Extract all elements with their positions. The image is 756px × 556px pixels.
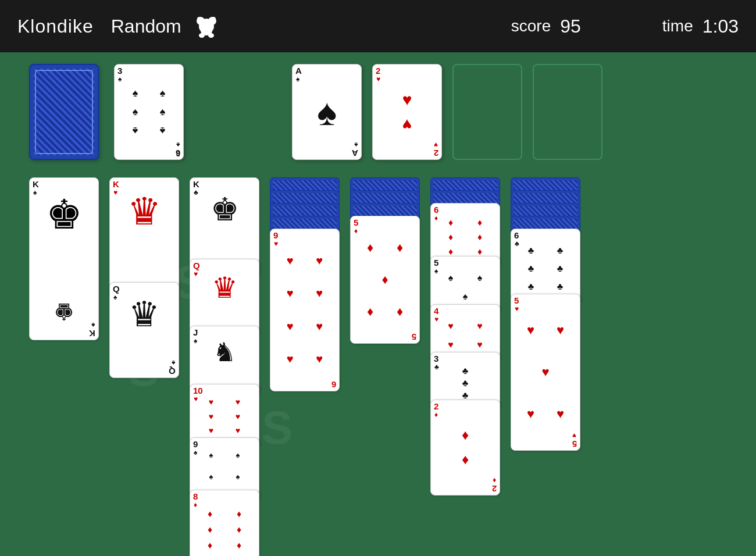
c4-9-rank-br: 6 [331, 380, 336, 389]
f2-suit-bottom: ♥ [434, 141, 438, 148]
waste-suit-bottom: ♠ [176, 141, 180, 148]
c3-9-suit: ♠ [194, 449, 197, 456]
f2-pip1: ♥ [402, 91, 412, 109]
c2-king-figure: ♛ [127, 193, 161, 230]
waste-suit-top: ♠ [118, 76, 122, 83]
col7-six-clubs[interactable]: 6 ♣ ♣ ♣ ♣ ♣ ♣ ♣ [511, 229, 580, 304]
c3-9-rank: 9 [193, 440, 198, 448]
c3-q-suit: ♥ [194, 270, 198, 277]
c7-6c-rank: 6 [514, 231, 519, 240]
c1-king-figure-flip: ♚ [54, 300, 74, 323]
foundation-3[interactable] [452, 64, 522, 160]
svg-point-3 [197, 17, 202, 22]
f1-suit-top: ♠ [296, 76, 299, 83]
c2-q-rank-tl: Q [113, 284, 120, 293]
c3-8-pips: ♦ ♦ ♦ ♦ ♦ ♦ ♦ ♦ [196, 507, 253, 556]
c3-k-rank: K [193, 180, 199, 188]
tableau-col-4[interactable]: 9 ♥ 6 ♥ ♥ ♥ ♥ ♥ ♥ ♥ ♥ [270, 177, 340, 439]
c3-10-rank: 10 [193, 386, 203, 395]
col2-king-hearts[interactable]: K ♥ K ♥ ♛ [109, 177, 179, 300]
time-label: time [662, 17, 693, 35]
c6-6-pips: ♦ ♦ ♦ ♦ ♦ ♦ [437, 216, 494, 258]
pip1: ♠ [123, 85, 148, 101]
card-back-pattern [35, 70, 93, 154]
f2-suit-top: ♥ [376, 76, 380, 83]
foundation-4[interactable] [533, 64, 602, 160]
time-value: 1:03 [702, 16, 739, 37]
c6-4h-rank: 4 [434, 306, 438, 315]
polar-bear-icon[interactable] [192, 13, 221, 40]
waste-pips: ♠ ♠ ♠ ♠ ♠ ♠ [123, 85, 175, 139]
c6-2d-rank: 2 [434, 402, 438, 411]
game-mode-label: Random [111, 16, 181, 37]
c3-queen-figure: ♛ [212, 271, 238, 305]
foundation-1[interactable]: A ♠ A ♠ ♠ [292, 64, 362, 160]
c1-suit-tl: ♠ [33, 189, 37, 196]
game-title: Klondike [17, 16, 94, 37]
tableau-col-5[interactable]: 5 ♦ 5 ♦ ♦ ♦ ♦ ♦ [350, 177, 420, 410]
c6-3c-pips: ♣ ♣ ♣ [437, 365, 494, 401]
c6-4h-pips: ♥ ♥ ♥ ♥ [437, 318, 494, 354]
f2-pips: ♥ ♥ [402, 91, 412, 134]
c2-k-rank-tl: K [113, 180, 119, 188]
tableau-col-2[interactable]: K ♥ K ♥ ♛ Q ♠ Q ♠ ♛ [109, 177, 179, 398]
pip4: ♠ [150, 104, 175, 120]
c7-5h-rank: 5 [514, 296, 519, 305]
c1-suit-br: ♠ [91, 322, 95, 329]
pip2: ♠ [150, 85, 175, 101]
col1-king-spades[interactable]: K ♠ K ♠ ♚ ♚ [29, 177, 99, 340]
c3-10-suit: ♥ [194, 395, 198, 402]
tableau-col-6[interactable]: 6 ♦ ♦ ♦ ♦ ♦ ♦ ♦ 5 ♠ ♠ ♠ ♠ [430, 177, 500, 538]
c6-2d-suit-br: ♦ [493, 477, 496, 484]
c3-jack-figure: ♞ [213, 337, 236, 368]
c3-k-suit: ♣ [194, 189, 198, 196]
col3-eight-diamonds[interactable]: 8 ♦ 8 ♦ ♦ ♦ ♦ ♦ ♦ ♦ ♦ ♦ [190, 490, 259, 556]
tableau-col-3[interactable]: K ♣ K ♚ Q ♥ ♛ J ♠ ♞ 10 ♥ ♥ [190, 177, 259, 526]
c3-8-rank: 8 [193, 492, 198, 501]
pip5: ♠ [123, 123, 148, 139]
c6-6-rank: 6 [434, 205, 438, 214]
tableau-col-1[interactable]: K ♠ K ♠ ♚ ♚ [29, 177, 99, 363]
waste-pile-card[interactable]: 3 ♠ 6 ♠ ♠ ♠ ♠ ♠ ♠ ♠ 9 [114, 64, 184, 160]
c3-9-pips: ♠ ♠ ♠ ♠ [198, 451, 251, 493]
c3-king-figure: ♚ [211, 191, 239, 228]
col4-nine-hearts[interactable]: 9 ♥ 6 ♥ ♥ ♥ ♥ ♥ ♥ ♥ ♥ [270, 229, 340, 391]
c5-5-pips: ♦ ♦ ♦ ♦ ♦ [356, 233, 413, 327]
c4-9-pips: ♥ ♥ ♥ ♥ ♥ ♥ ♥ ♥ [276, 245, 333, 375]
c5-5-rank: 5 [354, 218, 358, 227]
c2-q-suit-tl: ♠ [113, 294, 117, 301]
c3-10-pips: ♥ ♥ ♥ ♥ ♥ ♥ [198, 397, 251, 439]
f2-rank-top: 2 [376, 66, 380, 75]
col5-five-diamonds[interactable]: 5 ♦ 5 ♦ ♦ ♦ ♦ ♦ [350, 216, 420, 344]
game-table: S S S S 3 ♠ 6 ♠ ♠ ♠ ♠ ♠ ♠ ♠ 9 [0, 52, 756, 556]
bottom-row: K ♠ K ♠ ♚ ♚ K ♥ K ♥ ♛ Q ♠ Q [29, 177, 733, 538]
col2-queen-spades[interactable]: Q ♠ Q ♠ ♛ [109, 282, 179, 378]
pip6: ♠ [150, 123, 175, 139]
tableau-col-7[interactable]: 6 ♣ ♣ ♣ ♣ ♣ ♣ ♣ 5 ♥ 5 ♥ ♥ ♥ [511, 177, 580, 497]
c6-5s-pips: ♠ ♠ ♠ [437, 269, 494, 305]
svg-point-4 [211, 17, 216, 22]
foundation-2[interactable]: 2 ♥ 2 ♥ ♥ ♥ [372, 64, 442, 160]
c1-rank-br: K [89, 329, 95, 338]
c1-rank-tl: K [33, 180, 39, 188]
f1-center-suit: ♠ [317, 91, 337, 134]
c2-q-suit-br: ♠ [172, 359, 175, 366]
col6-two-diamonds[interactable]: 2 ♦ 2 ♦ ♦ ♦ [430, 400, 500, 496]
score-label: score [511, 17, 551, 35]
c3-j-rank: J [193, 328, 198, 337]
col7-five-hearts[interactable]: 5 ♥ 5 ♥ ♥ ♥ ♥ ♥ ♥ [511, 294, 580, 451]
pip3: ♠ [123, 104, 148, 120]
score-value: 95 [560, 16, 581, 37]
c7-5h-pips: ♥ ♥ ♥ ♥ ♥ [517, 311, 574, 434]
f1-rank-bottom: A [352, 149, 358, 158]
c6-2d-suit: ♦ [434, 411, 438, 418]
c2-queen-figure: ♛ [129, 297, 160, 332]
c4-9-rank: 9 [273, 231, 278, 240]
top-row: 3 ♠ 6 ♠ ♠ ♠ ♠ ♠ ♠ ♠ 9 A ♠ A ♠ ♠ [29, 64, 733, 160]
svg-point-7 [208, 33, 214, 38]
c6-5s-rank: 5 [434, 258, 438, 267]
svg-point-6 [199, 33, 205, 38]
col3-queen-hearts[interactable]: Q ♥ ♛ [190, 259, 259, 334]
c6-2d-rank-br: 2 [492, 484, 497, 493]
stock-pile[interactable] [29, 64, 99, 160]
